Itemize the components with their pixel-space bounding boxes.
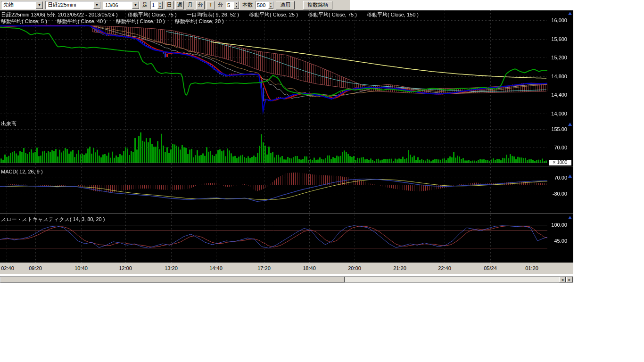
price-tick: 15,600 — [551, 36, 567, 42]
multi-symbol-button[interactable]: 複数銘柄 — [303, 1, 332, 9]
arrow-up-icon — [568, 12, 572, 15]
minute-input[interactable] — [226, 2, 234, 8]
scrollbar-left-button[interactable]: ◄ — [559, 277, 566, 282]
price-tick: 14,000 — [551, 111, 567, 116]
indicator-label: 移動平均( Close, 150 ) — [367, 12, 419, 17]
stoch-tick: 100.00 — [551, 222, 567, 228]
bars-count-field[interactable]: ▲▼ — [256, 1, 274, 9]
price-tick: 15,200 — [551, 55, 567, 60]
time-tick: 18:40 — [303, 265, 316, 271]
minute-field[interactable]: ▲▼ — [226, 1, 239, 9]
chart-header-line1: 日経225mini 13/06( 5分, 2013/05/22 - 2013/0… — [1, 11, 427, 18]
spinner-icon[interactable]: ▲▼ — [157, 1, 163, 9]
macd-panel-label: MACD( 12, 26, 9 ) — [1, 169, 43, 174]
apply-button[interactable]: 適用 — [276, 1, 295, 9]
time-tick: 02:40 — [1, 265, 14, 271]
indicator-label: 移動平均( Close, 10 ) — [116, 18, 165, 24]
scroll-up-button-price[interactable] — [567, 11, 572, 16]
instrument-category-value: 先物 — [1, 1, 36, 8]
stoch-tick: 45.00 — [554, 238, 567, 244]
bar-type-label: 足 — [141, 1, 149, 8]
volume-unit-badge: × 1000 — [548, 159, 572, 166]
chevron-down-icon[interactable]: ▼ — [132, 1, 139, 9]
time-tick: 13:20 — [165, 265, 178, 271]
time-tick: 14:40 — [209, 265, 223, 271]
indicator-label: 移動平均( Close, 40 ) — [57, 18, 106, 24]
macd-tick: -80.00 — [553, 191, 567, 197]
scrollbar-right-button[interactable]: ► — [566, 277, 573, 282]
scroll-up-button-volume[interactable] — [567, 122, 572, 127]
price-tick: 16,000 — [551, 17, 567, 23]
volume-panel-label: 出来高 — [1, 120, 17, 127]
contract-month-select[interactable]: 13/06 ▼ — [103, 1, 140, 9]
chevron-down-icon[interactable]: ▼ — [93, 1, 100, 9]
time-tick: 20:00 — [348, 265, 361, 271]
macd-tick: 70.00 — [554, 175, 567, 181]
price-tick: 14,400 — [551, 92, 567, 98]
contract-month-value: 13/06 — [103, 2, 132, 8]
scroll-up-button-stochastics[interactable] — [567, 215, 572, 220]
spinner-icon[interactable]: ▲▼ — [268, 1, 273, 9]
time-tick: 21:20 — [393, 265, 406, 271]
trading-app-window: 先物 ▼ 日経225mini ▼ 13/06 ▼ 足 ▲▼ 日 週 月 分 T … — [0, 0, 644, 362]
period-week-button[interactable]: 週 — [175, 1, 184, 9]
chart-area: 日経225mini 13/06( 5分, 2013/05/22 - 2013/0… — [0, 10, 573, 263]
toolbar: 先物 ▼ 日経225mini ▼ 13/06 ▼ 足 ▲▼ 日 週 月 分 T … — [0, 0, 350, 10]
price-chart-canvas[interactable] — [0, 10, 573, 263]
scroll-up-button-macd[interactable] — [567, 174, 572, 179]
time-axis: 02:40 09:20 10:40 12:00 13:20 14:40 17:2… — [0, 263, 573, 274]
price-tick: 14,800 — [551, 74, 567, 79]
arrow-up-icon — [568, 123, 572, 126]
bars-count-input[interactable] — [256, 2, 268, 8]
horizontal-scrollbar[interactable]: ◄ ► — [0, 276, 573, 283]
arrow-up-icon — [568, 216, 572, 219]
chevron-down-icon[interactable]: ▼ — [36, 1, 43, 9]
volume-tick: 70.00 — [554, 145, 567, 150]
period-month-button[interactable]: 月 — [186, 1, 194, 9]
indicator-label: 移動平均( Close, 20 ) — [175, 18, 224, 24]
symbol-select[interactable]: 日経225mini ▼ — [45, 1, 101, 9]
time-tick: 09:20 — [29, 265, 42, 271]
time-tick: 01:20 — [525, 265, 538, 271]
period-minute-button[interactable]: 分 — [196, 1, 205, 9]
time-tick: 22:40 — [438, 265, 451, 271]
indicator-label: 移動平均( Close, 75 ) — [308, 12, 357, 17]
indicator-label: 移動平均( Close, 75 ) — [128, 12, 177, 17]
interval-input[interactable] — [151, 2, 157, 8]
scrollbar-thumb[interactable] — [0, 277, 345, 282]
chart-title: 日経225mini 13/06( 5分, 2013/05/22 - 2013/0… — [1, 12, 118, 17]
stochastics-panel-label: スロー・ストキャスティクス( 14, 3, 80, 20 ) — [1, 216, 105, 223]
indicator-label: 移動平均( Close, 25 ) — [249, 12, 298, 17]
time-tick: 17:20 — [257, 265, 271, 271]
time-tick: 10:40 — [74, 265, 88, 271]
time-tick: 12:00 — [119, 265, 132, 271]
arrow-up-icon — [568, 174, 572, 178]
indicator-label: 移動平均( Close, 5 ) — [1, 18, 47, 24]
indicator-label: 一目均衡表( 9, 26, 52 ) — [187, 12, 239, 17]
time-tick: 05/24 — [484, 265, 497, 271]
minute-label: 分 — [217, 1, 224, 8]
interval-field[interactable]: ▲▼ — [150, 1, 163, 9]
volume-tick: 155.00 — [551, 126, 567, 132]
bars-count-label: 本数 — [241, 1, 254, 8]
instrument-category-select[interactable]: 先物 ▼ — [1, 1, 43, 9]
spinner-icon[interactable]: ▲▼ — [234, 1, 239, 9]
symbol-value: 日経225mini — [46, 1, 93, 8]
period-tick-button[interactable]: T — [206, 1, 215, 9]
period-day-button[interactable]: 日 — [165, 1, 173, 9]
chart-header-line2: 移動平均( Close, 5 ) 移動平均( Close, 40 ) 移動平均(… — [1, 18, 232, 25]
